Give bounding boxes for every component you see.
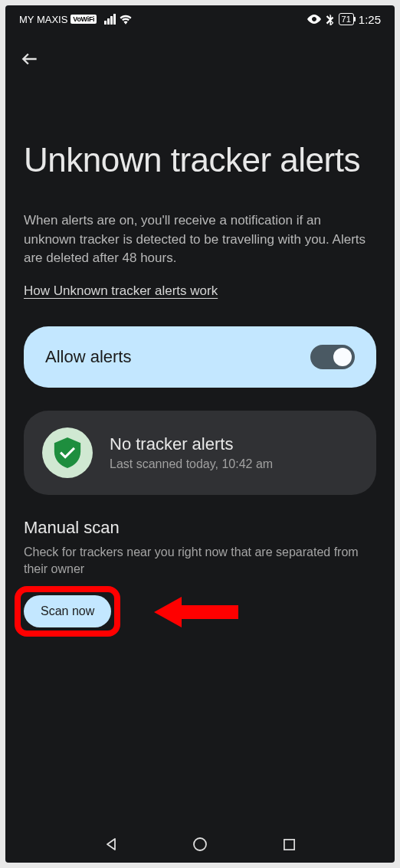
battery-level: 71 bbox=[342, 15, 351, 24]
page-title: Unknown tracker alerts bbox=[24, 139, 376, 181]
battery-indicator: 71 bbox=[339, 13, 354, 25]
svg-rect-1 bbox=[284, 839, 293, 849]
app-bar bbox=[5, 33, 395, 77]
status-left: MY MAXIS VoWiFi bbox=[19, 14, 133, 25]
navigation-bar bbox=[5, 826, 395, 863]
svg-point-0 bbox=[194, 838, 206, 850]
vowifi-badge: VoWiFi bbox=[70, 15, 97, 24]
wifi-icon bbox=[119, 14, 133, 25]
back-button[interactable] bbox=[19, 48, 41, 70]
manual-scan-title: Manual scan bbox=[24, 518, 376, 538]
scan-now-button[interactable]: Scan now bbox=[24, 595, 111, 627]
arrow-left-icon bbox=[20, 49, 40, 69]
signal-icon bbox=[104, 15, 116, 25]
tracker-status-card: No tracker alerts Last scanned today, 10… bbox=[24, 411, 376, 495]
nav-home-button[interactable] bbox=[189, 834, 211, 855]
eye-icon bbox=[307, 15, 321, 24]
status-text: No tracker alerts Last scanned today, 10… bbox=[110, 434, 358, 471]
nav-back-button[interactable] bbox=[100, 834, 122, 855]
content: Unknown tracker alerts When alerts are o… bbox=[5, 77, 395, 826]
allow-alerts-toggle[interactable] bbox=[310, 345, 355, 369]
triangle-back-icon bbox=[104, 837, 118, 851]
bluetooth-icon bbox=[326, 13, 334, 25]
carrier-label: MY MAXIS bbox=[19, 14, 67, 25]
manual-scan-description: Check for trackers near you right now th… bbox=[24, 544, 376, 578]
circle-home-icon bbox=[192, 837, 208, 852]
square-recent-icon bbox=[283, 838, 296, 851]
nav-recent-button[interactable] bbox=[278, 834, 300, 855]
status-right: 71 1:25 bbox=[307, 13, 381, 26]
shield-check-icon bbox=[42, 427, 93, 478]
status-title: No tracker alerts bbox=[110, 434, 358, 454]
status-subtitle: Last scanned today, 10:42 am bbox=[110, 457, 358, 471]
clock: 1:25 bbox=[359, 13, 381, 26]
status-bar: MY MAXIS VoWiFi 71 1:25 bbox=[5, 5, 395, 33]
page-description: When alerts are on, you'll receive a not… bbox=[24, 211, 376, 268]
allow-alerts-card: Allow alerts bbox=[24, 326, 376, 388]
scan-button-highlight: Scan now bbox=[24, 595, 111, 627]
toggle-thumb bbox=[333, 348, 352, 366]
how-it-works-link[interactable]: How Unknown tracker alerts work bbox=[24, 283, 218, 299]
phone-screen: MY MAXIS VoWiFi 71 1:25 bbox=[5, 5, 395, 863]
allow-alerts-label: Allow alerts bbox=[45, 347, 131, 367]
annotation-arrow-icon bbox=[154, 592, 238, 632]
